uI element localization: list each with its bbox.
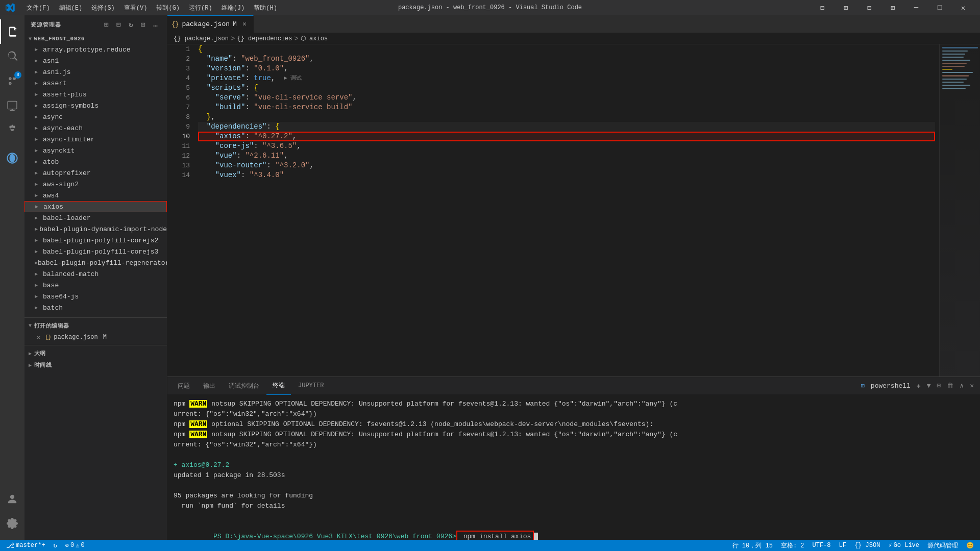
panel-tab-terminal[interactable]: 终端 [266,377,291,395]
svg-rect-12 [942,82,964,83]
tree-root-label: WEB_FRONT_0926 [34,36,85,42]
collapse-icon[interactable]: ⊡ [138,19,149,30]
panel-tab-debug-console[interactable]: 调试控制台 [223,377,265,395]
statusbar-row-col[interactable]: 行 10，列 15 [730,540,775,551]
minimap [939,44,980,377]
minimize-button[interactable]: ─ [904,0,928,15]
terminal-maximize-icon[interactable]: ∧ [958,380,966,392]
terminal-dropdown-icon[interactable]: ▼ [925,380,933,392]
activity-run[interactable] [0,93,24,117]
tree-item-async-each[interactable]: ▶async-each [24,122,167,134]
tree-item-batch[interactable]: ▶batch [24,302,167,313]
tree-item-babel-polyfill-regen[interactable]: ▶babel-plugin-polyfill-regenerator [24,257,167,268]
breadcrumb-part1[interactable]: {} package.json [174,35,229,42]
tree-item-asynckit[interactable]: ▶asynckit [24,145,167,156]
statusbar: ⎇ master*+ ↻ ⊘ 0 ⚠ 0 行 10，列 15 空格: 2 UTF… [0,540,980,551]
code-content[interactable]: { "name": "web_front_0926", "version": "… [194,44,939,377]
activity-source-control[interactable]: 8 [0,68,24,93]
activity-accounts[interactable] [0,487,24,511]
statusbar-spaces[interactable]: 空格: 2 [779,540,806,551]
statusbar-language[interactable]: {} JSON [852,540,882,551]
statusbar-extra[interactable]: 源代码管理 [925,540,960,551]
titlebar-title: package.json - web_front_0926 - Visual S… [398,4,582,11]
tab-package-json[interactable]: {} package.json M × [167,15,254,33]
code-line-8: }, [198,112,935,122]
menu-goto[interactable]: 转到(G) [152,2,184,14]
statusbar-branch[interactable]: ⎇ master*+ [4,540,47,551]
maximize-button[interactable]: □ [928,0,951,15]
statusbar-errors[interactable]: ⊘ 0 ⚠ 0 [63,540,87,551]
tree-item-base[interactable]: ▶base [24,280,167,291]
tree-item-aws-sign2[interactable]: ▶aws-sign2 [24,179,167,190]
statusbar-line-ending[interactable]: LF [837,540,848,551]
svg-rect-13 [942,85,970,86]
breadcrumb-part2[interactable]: {} dependencies [237,35,292,42]
svg-rect-1 [942,47,978,48]
tree-item-babel-polyfill-corejs3[interactable]: ▶babel-plugin-polyfill-corejs3 [24,246,167,257]
tree-item-asn1[interactable]: ▶asn1 [24,55,167,66]
close-editor-icon[interactable]: ✕ [37,334,40,341]
statusbar-feedback[interactable]: 😊 [964,540,976,551]
menu-help[interactable]: 帮助(H) [250,2,281,14]
more-actions-icon[interactable]: … [151,19,161,30]
tree-item-autoprefixer[interactable]: ▶autoprefixer [24,167,167,179]
tab-close-button[interactable]: × [240,20,249,29]
code-line-14: "vuex": "^3.4.0" [198,170,935,180]
titlebar-menu[interactable]: 文件(F) 编辑(E) 选择(S) 查看(V) 转到(G) 运行(R) 终端(J… [22,2,281,14]
activity-explorer[interactable] [0,19,24,44]
tree-item-babel-plugin-dynamic[interactable]: ▶babel-plugin-dynamic-import-node [24,223,167,235]
tree-item-asn1js[interactable]: ▶asn1.js [24,66,167,78]
tree-item-assign-symbols[interactable]: ▶assign-symbols [24,100,167,111]
menu-file[interactable]: 文件(F) [22,2,54,14]
svg-rect-7 [942,66,965,67]
new-folder-icon[interactable]: ⊟ [114,19,124,30]
activity-remote[interactable] [0,146,24,170]
layout-icon-1[interactable]: ⊟ [811,0,834,15]
menu-terminal[interactable]: 终端(J) [217,2,249,14]
layout-icon-3[interactable]: ⊟ [857,0,881,15]
panel-tab-output[interactable]: 输出 [197,377,222,395]
open-editor-item-package-json[interactable]: ✕ {} package.json M [24,332,167,343]
timeline-section[interactable]: ▶ 时间线 [24,359,167,371]
statusbar-live-share[interactable]: ⚡ Go Live [886,540,921,551]
new-file-icon[interactable]: ⊞ [102,19,112,30]
tree-root-item[interactable]: ▼ WEB_FRONT_0926 [24,34,167,44]
terminal-close-icon[interactable]: ✕ [968,380,976,392]
tree-item-base64-js[interactable]: ▶base64-js [24,291,167,302]
menu-run[interactable]: 运行(R) [185,2,216,14]
tree-item-aws4[interactable]: ▶aws4 [24,190,167,201]
activity-settings[interactable] [0,511,24,536]
panel-tab-jupyter[interactable]: JUPYTER [292,377,330,395]
tree-item-axios[interactable]: ▶axios [24,201,167,212]
refresh-icon[interactable]: ↻ [126,19,136,30]
layout-icon-2[interactable]: ⊞ [834,0,857,15]
tree-item-async-limiter[interactable]: ▶async-limiter [24,134,167,145]
statusbar-encoding[interactable]: UTF-8 [811,540,833,551]
layout-icon-4[interactable]: ⊞ [881,0,904,15]
term-line-6 [174,450,974,460]
terminal-trash-icon[interactable]: 🗑 [945,380,955,392]
tree-item-babel-polyfill-corejs2[interactable]: ▶babel-plugin-polyfill-corejs2 [24,235,167,246]
tree-item-assert-plus[interactable]: ▶assert-plus [24,89,167,100]
code-line-7: "build": "vue-cli-service build" [198,103,935,112]
outline-section[interactable]: ▶ 大纲 [24,347,167,359]
activity-search[interactable] [0,44,24,68]
activity-extensions[interactable] [0,117,24,142]
tree-item-balanced-match[interactable]: ▶balanced-match [24,268,167,280]
menu-select[interactable]: 选择(S) [87,2,119,14]
statusbar-sync[interactable]: ↻ [52,540,59,551]
menu-view[interactable]: 查看(V) [120,2,152,14]
tree-item-babel-loader[interactable]: ▶babel-loader [24,212,167,223]
menu-edit[interactable]: 编辑(E) [55,2,87,14]
tree-item-async[interactable]: ▶async [24,111,167,122]
tree-item-assert[interactable]: ▶assert [24,78,167,89]
terminal-content[interactable]: npm WARN notsup SKIPPING OPTIONAL DEPEND… [167,395,980,540]
close-button[interactable]: ✕ [951,0,975,15]
breadcrumb-part3[interactable]: ⬡ axios [301,35,328,42]
open-editors-section[interactable]: ▼ 打开的编辑器 [24,320,167,332]
tree-item-array-prototype-reduce[interactable]: ▶array.prototype.reduce [24,44,167,55]
terminal-new-icon[interactable]: ✚ [915,380,923,392]
tree-item-atob[interactable]: ▶atob [24,156,167,167]
terminal-split-icon[interactable]: ⊟ [935,380,943,392]
panel-tab-problems[interactable]: 问题 [172,377,196,395]
